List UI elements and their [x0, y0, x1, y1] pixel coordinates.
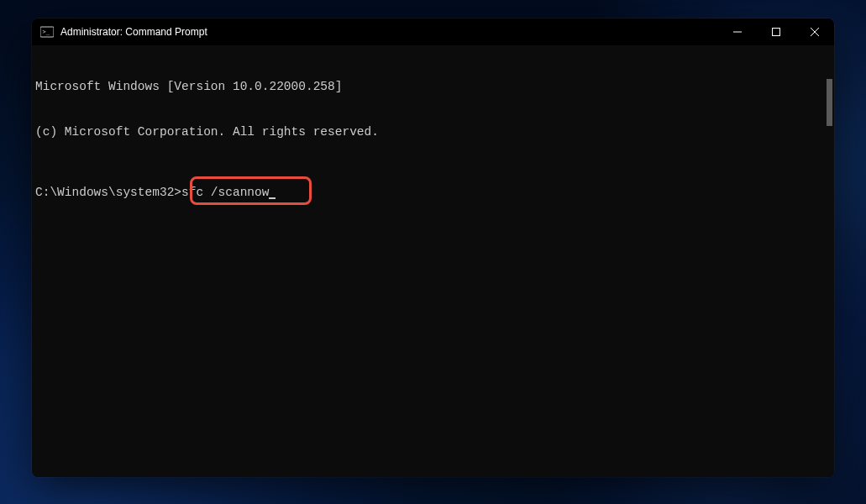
version-line: Microsoft Windows [Version 10.0.22000.25…	[35, 79, 834, 94]
terminal-area[interactable]: Microsoft Windows [Version 10.0.22000.25…	[32, 45, 834, 477]
copyright-line: (c) Microsoft Corporation. All rights re…	[35, 124, 834, 139]
prompt-line: C:\Windows\system32>sfc /scannow	[35, 185, 834, 200]
window-controls	[718, 18, 834, 45]
command-input[interactable]: sfc /scannow	[181, 186, 269, 199]
command-prompt-window: >_ Administrator: Command Prompt Microso…	[32, 18, 834, 477]
svg-text:>_: >_	[43, 29, 50, 35]
svg-rect-3	[773, 29, 780, 36]
scrollbar-thumb[interactable]	[827, 79, 832, 126]
window-title: Administrator: Command Prompt	[60, 26, 207, 38]
titlebar-left: >_ Administrator: Command Prompt	[40, 25, 207, 39]
titlebar[interactable]: >_ Administrator: Command Prompt	[32, 18, 834, 45]
text-cursor	[269, 197, 276, 199]
cmd-icon: >_	[40, 25, 54, 39]
minimize-button[interactable]	[718, 18, 757, 45]
close-button[interactable]	[795, 18, 834, 45]
prompt-path: C:\Windows\system32>	[35, 186, 181, 199]
maximize-button[interactable]	[757, 18, 795, 45]
